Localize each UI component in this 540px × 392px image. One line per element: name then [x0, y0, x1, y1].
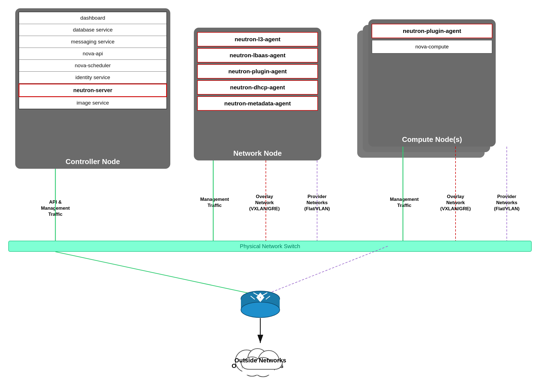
network-mgmt-label: ManagementTraffic [192, 196, 237, 209]
service-image: image service [19, 97, 166, 109]
network-provider-label: ProviderNetworks(Flat/VLAN) [295, 194, 339, 212]
compute-node: neutron-plugin-agent nova-compute Comput… [368, 19, 496, 147]
controller-service-list: dashboard database service messaging ser… [19, 12, 167, 109]
service-neutron-plugin-compute: neutron-plugin-agent [372, 24, 492, 38]
svg-line-14 [251, 296, 255, 299]
compute-node-label: Compute Node(s) [368, 135, 496, 144]
switch-bar-label: Physical Network Switch [240, 243, 300, 250]
service-dashboard: dashboard [19, 12, 166, 24]
service-messaging: messaging service [19, 36, 166, 48]
service-identity: identity service [19, 72, 166, 84]
outside-networks-label: Outside Networks [230, 362, 285, 370]
service-nova-compute: nova-compute [372, 40, 492, 54]
compute-provider-label: ProviderNetworks(Flat/VLAN) [485, 194, 529, 212]
service-neutron-plugin-net: neutron-plugin-agent [197, 64, 318, 79]
service-neutron-dhcp: neutron-dhcp-agent [197, 80, 318, 95]
svg-point-9 [241, 291, 280, 307]
compute-service-list: neutron-plugin-agent nova-compute [372, 24, 492, 54]
controller-node: dashboard database service messaging ser… [15, 8, 170, 169]
svg-rect-10 [241, 299, 280, 310]
svg-line-13 [260, 293, 267, 297]
service-database: database service [19, 24, 166, 36]
controller-traffic-label: API &ManagementTraffic [33, 199, 78, 217]
svg-marker-17 [257, 298, 264, 302]
service-neutron-lbaas: neutron-lbaas-agent [197, 48, 318, 63]
service-neutron-metadata: neutron-metadata-agent [197, 96, 318, 111]
network-service-list: neutron-l3-agent neutron-lbaas-agent neu… [197, 32, 318, 111]
svg-marker-16 [257, 293, 264, 297]
network-overlay-label: OverlayNetwork(VXLAN/GRE) [242, 194, 287, 212]
service-neutron-server: neutron-server [19, 84, 167, 97]
svg-line-15 [266, 296, 270, 299]
compute-overlay-label: OverlayNetwork(VXLAN/GRE) [433, 194, 478, 212]
switch-bar: Physical Network Switch [8, 241, 532, 252]
diagram: dashboard database service messaging ser… [0, 0, 540, 392]
svg-marker-19 [261, 294, 264, 301]
service-nova-api: nova-api [19, 48, 166, 60]
svg-point-11 [241, 302, 280, 318]
network-node-label: Network Node [194, 149, 321, 158]
svg-line-8 [269, 246, 388, 293]
svg-line-7 [55, 252, 249, 293]
compute-mgmt-label: ManagementTraffic [382, 196, 426, 209]
svg-marker-18 [256, 294, 260, 301]
network-node: neutron-l3-agent neutron-lbaas-agent neu… [194, 28, 321, 160]
controller-node-label: Controller Node [15, 157, 170, 166]
service-nova-scheduler: nova-scheduler [19, 60, 166, 72]
service-neutron-l3: neutron-l3-agent [197, 32, 318, 46]
svg-line-12 [253, 293, 260, 297]
